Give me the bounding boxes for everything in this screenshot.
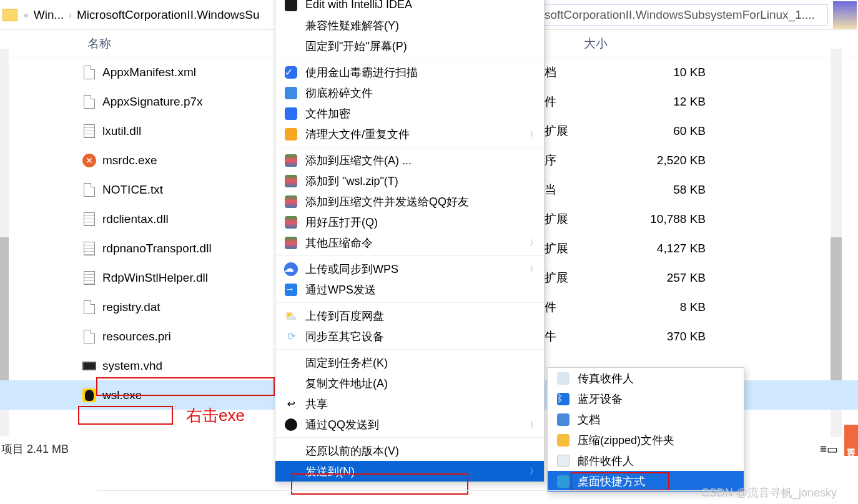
file-type: 扩展 (545, 211, 568, 227)
file-icon (81, 94, 97, 110)
file-type: 扩展 (545, 240, 568, 257)
menu-edit-intellij[interactable]: Edit with IntelliJ IDEA (275, 0, 544, 15)
file-icon (81, 358, 97, 374)
file-name: AppxManifest.xml (102, 66, 271, 79)
file-name: RdpWinStlHelper.dll (102, 271, 271, 285)
file-icon (81, 123, 97, 139)
view-icons-button[interactable]: ▭ (827, 442, 838, 457)
menu-shred[interactable]: 彻底粉碎文件 (275, 82, 544, 103)
menu-scan[interactable]: ✓使用金山毒霸进行扫描 (275, 62, 544, 82)
file-type: 牛 (545, 329, 556, 345)
file-size: 58 KB (643, 183, 706, 197)
context-menu: Edit with IntelliJ IDEA 兼容性疑难解答(Y) 固定到"开… (275, 0, 545, 482)
file-name: rdclientax.dll (102, 212, 271, 226)
menu-encrypt[interactable]: 文件加密 (275, 103, 544, 124)
file-name: rdpnanoTransport.dll (102, 242, 271, 255)
back-chevron[interactable]: « (24, 10, 29, 20)
file-name: msrdc.exe (102, 154, 271, 167)
file-size: 10 KB (643, 66, 706, 79)
menu-zip-open[interactable]: 用好压打开(Q) (275, 212, 544, 232)
file-name: NOTICE.txt (102, 183, 271, 197)
sendto-mail[interactable]: 邮件收件人 (548, 450, 744, 471)
file-name: registry.dat (102, 300, 271, 314)
file-type: 扩展 (545, 270, 568, 286)
col-name[interactable]: 名称 (0, 36, 275, 52)
crumb-folder[interactable]: MicrosoftCorporationII.WindowsSu (74, 8, 262, 22)
file-name: AppxSignature.p7x (102, 95, 271, 109)
menu-pin-taskbar[interactable]: 固定到任务栏(K) (275, 352, 544, 373)
menu-sync[interactable]: ⟳同步至其它设备 (275, 326, 544, 347)
menu-zip-t[interactable]: 添加到 "wsl.zip"(T) (275, 170, 544, 191)
sendto-fax[interactable]: 传真收件人 (548, 368, 744, 388)
file-size: 257 KB (643, 271, 706, 285)
sendto-documents[interactable]: 文档 (548, 409, 744, 430)
search-placeholder: rosoftCorporationII.WindowsSubsystemForL… (534, 8, 815, 22)
menu-wps-upload[interactable]: ☁上传或同步到WPS〉 (275, 259, 544, 279)
watermark: CSDN @流音寻帆_jonesky (701, 485, 837, 500)
menu-copy-path[interactable]: 复制文件地址(A) (275, 373, 544, 393)
menu-zip-qq[interactable]: 添加到压缩文件并发送给QQ好友 (275, 191, 544, 212)
file-type: 当 (545, 182, 556, 198)
file-icon (81, 211, 97, 227)
file-size: 10,788 KB (643, 212, 706, 226)
menu-send-to[interactable]: 发送到(N)〉 (275, 461, 544, 482)
file-icon (81, 329, 97, 345)
file-icon (81, 64, 97, 81)
file-name: lxutil.dll (102, 124, 271, 138)
menu-wps-send[interactable]: →通过WPS发送 (275, 279, 544, 300)
crumb-win[interactable]: Win... (31, 8, 67, 22)
file-type: 扩展 (545, 123, 568, 139)
file-icon (81, 299, 97, 315)
folder-icon (2, 9, 17, 21)
file-size: 370 KB (643, 330, 706, 343)
sendto-submenu: 传真收件人 ᛒ蓝牙设备 文档 压缩(zipped)文件夹 邮件收件人 桌面快捷方… (547, 367, 744, 492)
file-name: system.vhd (102, 359, 271, 373)
bottom-border (97, 490, 722, 504)
status-bar: 项目 2.41 MB (0, 438, 69, 460)
menu-qq-send[interactable]: 通过QQ发送到〉 (275, 414, 544, 435)
user-avatar[interactable] (833, 1, 857, 29)
side-tab[interactable]: 博客 (844, 425, 858, 456)
file-icon: ✕ (81, 152, 97, 169)
menu-pin-start[interactable]: 固定到"开始"屏幕(P) (275, 36, 544, 56)
view-details-button[interactable]: ≡ (820, 442, 827, 457)
search-input[interactable]: rosoftCorporationII.WindowsSubsystemForL… (528, 4, 828, 26)
file-size: 4,127 KB (643, 242, 706, 255)
menu-baidu[interactable]: ⛅上传到百度网盘 (275, 305, 544, 326)
menu-restore[interactable]: 还原以前的版本(V) (275, 440, 544, 461)
file-size: 60 KB (643, 124, 706, 138)
menu-zip-a[interactable]: 添加到压缩文件(A) ... (275, 150, 544, 170)
menu-share[interactable]: ↪共享 (275, 393, 544, 414)
file-icon (81, 270, 97, 286)
file-type: 序 (545, 152, 556, 169)
file-icon (81, 387, 97, 403)
menu-compat[interactable]: 兼容性疑难解答(Y) (275, 15, 544, 36)
file-size: 8 KB (643, 300, 706, 314)
file-type: 件 (545, 94, 556, 110)
file-size: 12 KB (643, 95, 706, 109)
file-size: 2,520 KB (643, 154, 706, 167)
menu-clean[interactable]: 清理大文件/重复文件〉 (275, 124, 544, 144)
sendto-bluetooth[interactable]: ᛒ蓝牙设备 (548, 388, 744, 409)
status-text: 项目 2.41 MB (1, 442, 69, 457)
col-size[interactable]: 大小 (533, 36, 658, 52)
file-icon (81, 240, 97, 257)
file-icon (81, 182, 97, 198)
file-type: 档 (545, 64, 556, 81)
menu-zip-other[interactable]: 其他压缩命令〉 (275, 232, 544, 253)
file-name: wsl.exe (102, 388, 271, 402)
sendto-zipped[interactable]: 压缩(zipped)文件夹 (548, 430, 744, 450)
crumb-separator: › (69, 10, 72, 20)
file-type: 件 (545, 299, 556, 315)
file-name: resources.pri (102, 330, 271, 343)
